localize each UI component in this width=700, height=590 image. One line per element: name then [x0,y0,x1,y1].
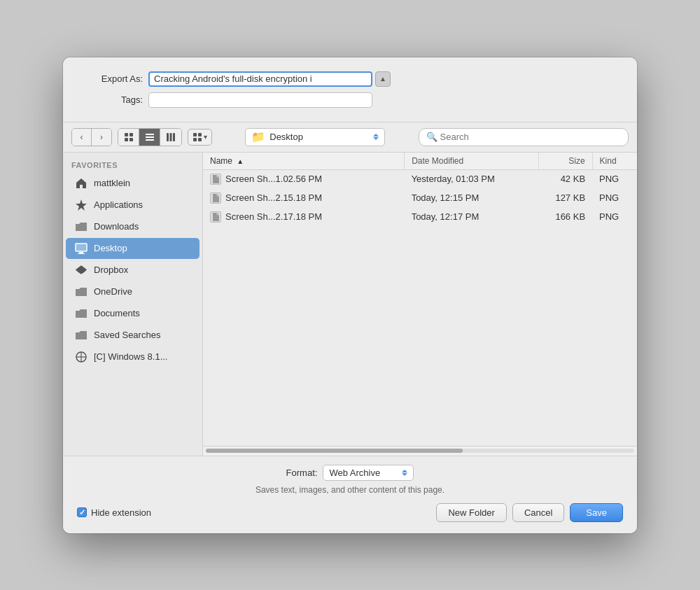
scrollbar-area[interactable] [203,446,637,456]
share-chevron: ▾ [204,133,207,141]
expand-button[interactable]: ▲ [375,71,391,87]
svg-rect-1 [130,133,133,136]
file-name-cell-1: Screen Sh...2.15.18 PM [203,188,405,207]
sidebar-item-label-onedrive: OneDrive [94,286,132,297]
file-name-cell-2: Screen Sh...2.17.18 PM [203,207,405,226]
col-name[interactable]: Name ▲ [203,153,405,170]
file-table: Name ▲ Date Modified Size Kind Scree [203,153,637,446]
sidebar-item-label-documents: Documents [94,308,140,318]
action-row: ✓ Hide extension New Folder Cancel Save [77,503,623,522]
scroll-thumb[interactable] [206,449,463,453]
home-icon [74,176,88,190]
main-area: Favorites mattklein Applications [63,153,637,456]
file-thumb-1 [210,192,221,204]
hide-extension-group: ✓ Hide extension [77,507,151,518]
svg-rect-13 [198,138,202,141]
save-button[interactable]: Save [570,503,623,522]
sidebar-item-applications[interactable]: Applications [66,195,200,216]
location-dropdown[interactable]: 📁 Desktop [245,128,385,146]
svg-rect-15 [76,244,87,251]
tags-row: Tags: [80,92,620,108]
col-size[interactable]: Size [538,153,592,170]
scroll-track[interactable] [206,449,634,453]
format-dropdown[interactable]: Web Archive [323,465,414,481]
sidebar-item-windows[interactable]: [C] Windows 8.1... [66,346,200,367]
sidebar-item-documents[interactable]: Documents [66,303,200,324]
forward-button[interactable]: › [92,129,111,146]
file-size-0: 42 KB [538,169,592,188]
file-date-0: Yesterday, 01:03 PM [405,169,539,188]
col-date[interactable]: Date Modified [405,153,539,170]
export-as-input[interactable] [148,71,372,87]
format-row: Format: Web Archive [77,465,623,481]
sidebar-item-saved-searches[interactable]: Saved Searches [66,325,200,346]
svg-rect-11 [198,133,202,136]
file-name-cell-0: Screen Sh...1.02.56 PM [203,169,405,188]
export-as-row: Export As: ▲ [80,71,620,87]
sidebar-item-label-windows: [C] Windows 8.1... [94,351,167,362]
dropbox-icon [74,263,88,277]
export-as-label: Export As: [80,73,143,84]
sort-arrow: ▲ [237,157,244,165]
svg-rect-10 [193,133,197,136]
export-input-wrap: ▲ [148,71,391,87]
sidebar-item-label-dropbox: Dropbox [94,265,128,275]
top-section: Export As: ▲ Tags: [63,57,637,122]
table-row[interactable]: Screen Sh...2.15.18 PM Today, 12:15 PM 1… [203,188,637,207]
sidebar-item-mattklein[interactable]: mattklein [66,173,200,194]
search-input[interactable] [440,132,538,142]
view-buttons [118,128,182,146]
share-view-button[interactable]: ▾ [188,129,212,146]
table-row[interactable]: Screen Sh...1.02.56 PM Yesterday, 01:03 … [203,169,637,188]
icon-view-button[interactable] [118,129,139,146]
svg-rect-9 [173,133,175,141]
tags-label: Tags: [80,94,143,105]
documents-folder-icon [74,307,88,321]
sidebar-item-dropbox[interactable]: Dropbox [66,260,200,281]
col-kind[interactable]: Kind [592,153,637,170]
hide-extension-checkbox[interactable]: ✓ [77,507,87,517]
sidebar-item-label-applications: Applications [94,199,143,210]
sidebar-item-onedrive[interactable]: OneDrive [66,281,200,302]
favorites-label: Favorites [63,157,202,172]
svg-rect-4 [146,134,154,135]
svg-rect-5 [146,136,154,138]
file-area: Name ▲ Date Modified Size Kind Scree [203,153,637,456]
location-stepper-icon [373,134,379,140]
svg-rect-3 [130,138,133,141]
file-thumb-0 [210,174,221,185]
file-thumb-2 [210,211,221,223]
table-row[interactable]: Screen Sh...2.17.18 PM Today, 12:17 PM 1… [203,207,637,226]
svg-rect-6 [146,139,154,141]
new-folder-button[interactable]: New Folder [436,503,506,522]
svg-rect-2 [125,138,128,141]
sidebar-item-downloads[interactable]: Downloads [66,216,200,237]
folder-icon: 📁 [251,130,265,143]
format-stepper-icon [402,470,407,476]
format-description: Saves text, images, and other content of… [77,485,623,495]
windows-icon [74,350,88,364]
column-view-button[interactable] [160,129,181,146]
svg-rect-12 [193,138,197,141]
nav-buttons: ‹ › [71,128,112,146]
desktop-icon [74,241,88,255]
list-view-button[interactable] [139,129,160,146]
right-buttons: New Folder Cancel Save [436,503,623,522]
format-label: Format: [286,468,318,478]
toolbar: ‹ › [63,122,637,153]
file-date-1: Today, 12:15 PM [405,188,539,207]
sidebar-item-desktop[interactable]: Desktop [66,238,200,259]
file-date-2: Today, 12:17 PM [405,207,539,226]
sidebar-item-label-saved-searches: Saved Searches [94,330,160,340]
format-value: Web Archive [329,468,380,478]
sidebar: Favorites mattklein Applications [63,153,203,456]
onedrive-folder-icon [74,285,88,299]
downloads-folder-icon [74,220,88,234]
file-kind-1: PNG [592,188,637,207]
file-size-2: 166 KB [538,207,592,226]
back-button[interactable]: ‹ [72,129,92,146]
cancel-button[interactable]: Cancel [512,503,564,522]
tags-input[interactable] [148,92,372,108]
search-box[interactable]: 🔍 [419,128,629,146]
location-label: 📁 Desktop [251,130,303,143]
